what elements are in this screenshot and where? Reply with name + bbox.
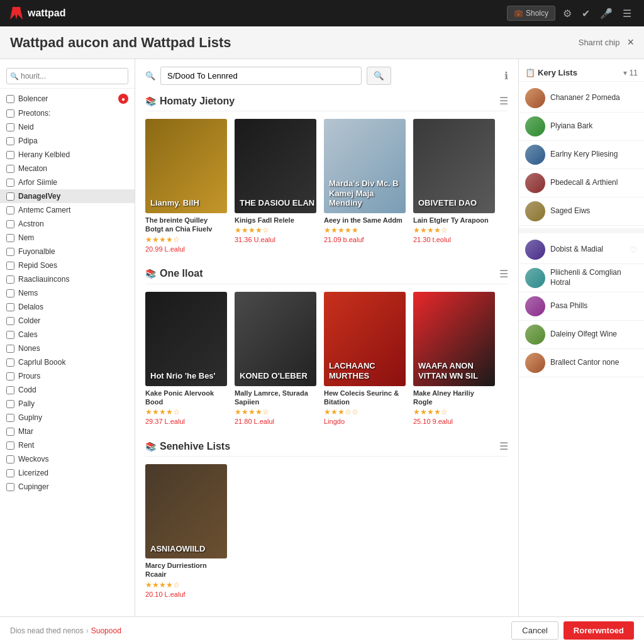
breadcrumb-current[interactable]: Suopood xyxy=(91,626,121,635)
sidebar-item-checkbox[interactable] xyxy=(6,192,14,201)
sidebar-item[interactable]: Neid xyxy=(0,120,135,134)
content-search-button[interactable]: 🔍 xyxy=(367,67,391,85)
sidebar-item-checkbox[interactable] xyxy=(6,95,14,103)
sidebar-item-checkbox[interactable] xyxy=(6,248,14,256)
tasks-icon-btn[interactable]: ✔ xyxy=(579,5,592,22)
book-card[interactable]: OBIVETEI DAOLain Etgler Ty Arapoon★★★★☆2… xyxy=(413,119,495,253)
cancel-button[interactable]: Cancel xyxy=(511,621,558,640)
sidebar-item[interactable]: Mecaton xyxy=(0,162,135,175)
right-panel-list-item[interactable]: Pbedecall & Arthienl xyxy=(519,169,644,197)
user-button[interactable]: 💼 Sholcy xyxy=(507,6,555,21)
heart-button[interactable]: ♡ xyxy=(630,245,638,255)
section-menu-button[interactable]: ☰ xyxy=(499,440,508,452)
sidebar-item[interactable]: Raacliauincons xyxy=(0,272,135,286)
sidebar-item-checkbox[interactable] xyxy=(6,345,14,353)
right-panel-list-item[interactable]: Saged Eiws xyxy=(519,197,644,226)
sidebar-item-checkbox[interactable] xyxy=(6,109,14,118)
settings-icon-btn[interactable]: ⚙ xyxy=(560,5,574,22)
sidebar-item-checkbox[interactable] xyxy=(6,386,14,394)
right-panel-list-item[interactable]: Pliichenli & Comglian Hotral xyxy=(519,264,644,292)
section-menu-button[interactable]: ☰ xyxy=(499,268,508,280)
sidebar-item[interactable]: Colder xyxy=(0,314,135,328)
sidebar-item[interactable]: Pdipa xyxy=(0,134,135,148)
sidebar-item[interactable]: Acstron xyxy=(0,217,135,231)
book-card[interactable]: THE DASIOU ELANKinigs Fadl Relele★★★★☆31… xyxy=(235,119,316,253)
sidebar-item[interactable]: Cupinger xyxy=(0,480,135,494)
sidebar-item[interactable]: Licerized xyxy=(0,466,135,480)
sidebar-item-checkbox[interactable] xyxy=(6,428,14,436)
right-panel-list-item[interactable]: Dobist & Madial♡ xyxy=(519,236,644,264)
sidebar-item[interactable]: DanageIVey xyxy=(0,189,135,203)
sidebar-item-checkbox[interactable] xyxy=(6,441,14,450)
book-card[interactable]: KONED O'LEBERMally Lamrce, Sturada Sapii… xyxy=(235,292,316,426)
sidebar-item[interactable]: Preotons: xyxy=(0,106,135,120)
book-card[interactable]: ASNIAOWIILDMarcy Durriestiorn Rcaair★★★★… xyxy=(145,464,227,598)
sidebar-item-checkbox[interactable] xyxy=(6,137,14,145)
sidebar-item[interactable]: Nones xyxy=(0,341,135,355)
sidebar-item-checkbox[interactable] xyxy=(6,331,14,339)
sidebar-item[interactable]: Nems xyxy=(0,286,135,300)
sidebar-item-checkbox[interactable] xyxy=(6,289,14,297)
sidebar-item-checkbox[interactable] xyxy=(6,151,14,159)
sidebar-item[interactable]: Antemc Camert xyxy=(0,203,135,217)
right-panel-list-item[interactable]: Plyiana Bark xyxy=(519,113,644,141)
book-card[interactable]: Hot Nrio 'he Bes'Kake Ponic Alervook Boo… xyxy=(145,292,227,426)
close-button[interactable]: × xyxy=(627,36,634,49)
right-panel-list-item[interactable]: Daleiny Olfegt Wine xyxy=(519,321,644,349)
menu-icon-btn[interactable]: ☰ xyxy=(620,5,634,22)
sidebar-item-checkbox[interactable] xyxy=(6,400,14,408)
sidebar-item[interactable]: Weckovs xyxy=(0,452,135,466)
right-panel-list-item[interactable]: Chananer 2 Pomeda xyxy=(519,84,644,113)
sidebar-item-checkbox[interactable] xyxy=(6,317,14,325)
sidebar-item-checkbox[interactable] xyxy=(6,483,14,491)
book-card[interactable]: Lianmy. BilHThe breinte Quilley Botgt an… xyxy=(145,119,227,253)
sidebar-item[interactable]: Pally xyxy=(0,397,135,411)
sidebar-item-checkbox[interactable] xyxy=(6,372,14,380)
book-card[interactable]: LACHAANC MURTHESHew Colecis Seurinc & Bi… xyxy=(324,292,406,426)
sidebar-item[interactable]: Mtar xyxy=(0,425,135,438)
breadcrumb-home: Dios nead thed nenos xyxy=(10,626,84,635)
sidebar-item[interactable]: Cales xyxy=(0,328,135,341)
sidebar-item[interactable]: Fuyonalble xyxy=(0,245,135,258)
book-card[interactable]: WAAFA ANON VITTAN WN SILMake Alney Haril… xyxy=(413,292,495,426)
sidebar-item-checkbox[interactable] xyxy=(6,220,14,228)
wattpad-logo-text: wattpad xyxy=(28,8,65,19)
sidebar-item-checkbox[interactable] xyxy=(6,165,14,173)
sidebar-item-checkbox[interactable] xyxy=(6,262,14,270)
sidebar-item-checkbox[interactable] xyxy=(6,303,14,311)
sidebar-item-checkbox[interactable] xyxy=(6,234,14,242)
sidebar-item[interactable]: Repid Soes xyxy=(0,258,135,272)
mic-icon-btn[interactable]: 🎤 xyxy=(597,5,615,22)
sidebar-item-checkbox[interactable] xyxy=(6,123,14,131)
sidebar-item-checkbox[interactable] xyxy=(6,455,14,464)
sidebar-item[interactable]: Guplny xyxy=(0,411,135,425)
section-header: 📚Senehive Lists☰ xyxy=(145,440,508,457)
sidebar-item[interactable]: Bolencer● xyxy=(0,91,135,106)
right-panel-list-item[interactable]: Earlny Kery Pliesing xyxy=(519,141,644,169)
content-search-bar: 🔍 🔍 ℹ xyxy=(145,67,508,85)
sidebar-search-input[interactable] xyxy=(6,68,128,84)
sidebar-item[interactable]: Prours xyxy=(0,369,135,383)
sidebar-item-checkbox[interactable] xyxy=(6,179,14,187)
sidebar-item[interactable]: Arfor Siimle xyxy=(0,175,135,189)
right-panel-list-item[interactable]: Pasa Phills xyxy=(519,292,644,321)
chevron-down-icon[interactable]: ▾ xyxy=(623,69,627,77)
book-card[interactable]: Marda's Div Mc. B Kamej Maja MendinyAeey… xyxy=(324,119,406,253)
sidebar-item[interactable]: Delalos xyxy=(0,300,135,314)
sidebar-item[interactable]: Rent xyxy=(0,438,135,452)
sidebar-item-checkbox[interactable] xyxy=(6,206,14,214)
section-menu-button[interactable]: ☰ xyxy=(499,95,508,107)
sidebar-item[interactable]: Herany Kelbled xyxy=(0,148,135,162)
right-panel-list-item[interactable]: Brallect Cantor none xyxy=(519,349,644,377)
sidebar-item-checkbox[interactable] xyxy=(6,469,14,477)
avatar xyxy=(525,296,545,316)
sidebar-item-checkbox[interactable] xyxy=(6,275,14,284)
sidebar-item-checkbox[interactable] xyxy=(6,358,14,367)
info-button[interactable]: ℹ xyxy=(504,70,508,82)
sidebar-item[interactable]: Caprlul Boook xyxy=(0,355,135,369)
sidebar-item[interactable]: Codd xyxy=(0,383,135,397)
sidebar-item[interactable]: Nem xyxy=(0,231,135,245)
sidebar-item-checkbox[interactable] xyxy=(6,414,14,422)
confirm-button[interactable]: Rorerwntoed xyxy=(564,621,634,640)
content-search-input[interactable] xyxy=(160,67,362,85)
